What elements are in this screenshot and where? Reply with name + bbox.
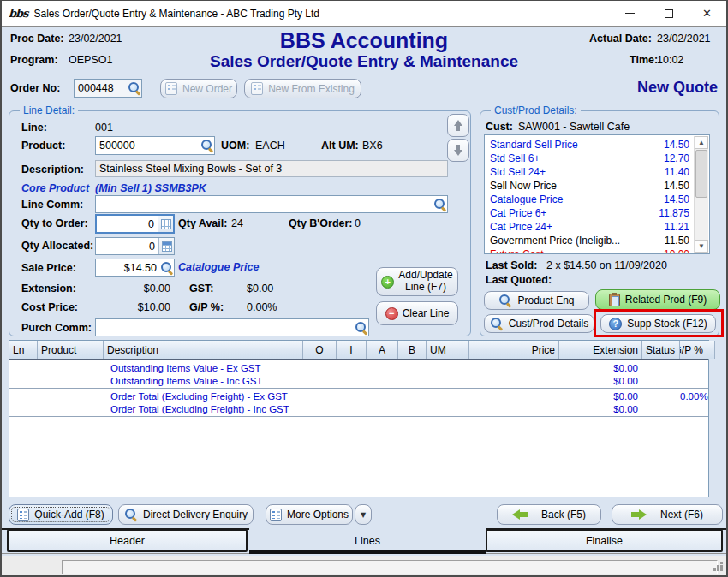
extension-value: $0.00 bbox=[95, 283, 170, 294]
tab-finalise[interactable]: Finalise bbox=[486, 529, 723, 552]
price-list-item[interactable]: Catalogue Price14.50 bbox=[486, 193, 694, 206]
price-list-item[interactable]: Std Sell 6+12.70 bbox=[486, 152, 694, 165]
new-order-icon bbox=[165, 82, 177, 95]
qty-to-order-grid-button[interactable] bbox=[158, 216, 173, 232]
cust-prod-group: Cust/Prod Details: Cust: SAW001 - Sawtel… bbox=[480, 110, 719, 336]
gp-value: 0.00% bbox=[247, 301, 277, 313]
supp-stock-button[interactable]: ? Supp Stock (F12) bbox=[600, 314, 716, 333]
program-value: OEPSO1 bbox=[69, 54, 112, 66]
cost-price-label: Cost Price: bbox=[21, 301, 78, 313]
order-no-input-wrap bbox=[74, 79, 142, 98]
product-search-icon[interactable] bbox=[200, 139, 214, 152]
line-detail-group-label: Line Detail: bbox=[20, 104, 78, 116]
core-product-text: Core Product bbox=[21, 182, 89, 194]
actual-date-value: 23/02/2021 bbox=[657, 33, 711, 45]
qty-allocated-calc-button[interactable] bbox=[158, 238, 174, 254]
clipboard-icon bbox=[609, 294, 620, 306]
minus-icon: − bbox=[385, 307, 398, 320]
purch-comm-input[interactable] bbox=[96, 319, 355, 336]
product-input-wrap bbox=[95, 136, 215, 155]
order-search-icon[interactable] bbox=[128, 81, 141, 95]
price-list-scrollbar[interactable]: ▲ ▼ bbox=[694, 136, 708, 253]
tab-lines[interactable]: Lines bbox=[249, 529, 486, 552]
price-list-item[interactable]: Government Price (Ineligib...11.50 bbox=[486, 234, 694, 247]
close-button[interactable]: ✕ bbox=[688, 1, 726, 26]
cust-prod-group-label: Cust/Prod Details: bbox=[491, 104, 581, 116]
minimize-button[interactable] bbox=[611, 1, 649, 26]
price-list-item[interactable]: Cat Price 6+11.875 bbox=[486, 206, 694, 220]
purch-comm-label: Purch Comm: bbox=[21, 322, 92, 334]
clear-line-button[interactable]: − Clear Line bbox=[376, 301, 458, 325]
qty-allocated-input[interactable] bbox=[96, 238, 158, 254]
related-prod-button[interactable]: Related Prod (F9) bbox=[595, 289, 720, 310]
cust-label: Cust: bbox=[486, 121, 513, 133]
add-update-line-button[interactable]: + Add/Update Line (F7) bbox=[376, 267, 458, 296]
product-input[interactable] bbox=[96, 137, 200, 154]
tab-strip: Header Lines Finalise bbox=[2, 528, 726, 554]
more-options-dropdown-button[interactable]: ▼ bbox=[355, 504, 372, 525]
proc-date-label: Proc Date: bbox=[10, 33, 64, 45]
new-from-existing-button[interactable]: New From Existing bbox=[244, 79, 361, 98]
order-no-label: Order No: bbox=[10, 82, 60, 94]
gst-label: GST: bbox=[189, 283, 213, 294]
table-separator bbox=[9, 388, 708, 389]
calculator-icon bbox=[162, 241, 172, 252]
qty-avail-label: Qty Avail: bbox=[178, 217, 227, 229]
alt-um-value: BX6 bbox=[362, 140, 383, 152]
order-no-input[interactable] bbox=[75, 80, 128, 97]
price-list-item[interactable]: Future Cost10.00 bbox=[486, 247, 694, 253]
arrow-down-icon bbox=[454, 145, 462, 156]
price-listbox[interactable]: Standard Sell Price14.50 Std Sell 6+12.7… bbox=[484, 134, 710, 254]
uom-label: UOM: bbox=[221, 140, 249, 152]
new-order-button[interactable]: New Order bbox=[160, 79, 237, 98]
scrollbar-up-button[interactable]: ▲ bbox=[695, 136, 708, 149]
description-input[interactable] bbox=[96, 161, 447, 176]
qty-allocated-label: Qty Allocated: bbox=[21, 240, 93, 252]
purch-comm-search-icon[interactable] bbox=[355, 321, 368, 335]
last-sold-label: Last Sold: bbox=[486, 259, 537, 271]
cust-prod-details-button[interactable]: Cust/Prod Details bbox=[484, 314, 594, 333]
cust-prod-search-icon bbox=[490, 317, 504, 330]
sale-price-search-icon[interactable] bbox=[160, 261, 174, 275]
alt-um-label: Alt UM: bbox=[321, 140, 359, 152]
resize-grip-icon[interactable] bbox=[720, 562, 723, 564]
price-list-item[interactable]: Standard Sell Price14.50 bbox=[486, 138, 694, 152]
quick-add-button[interactable]: Quick-Add (F8) bbox=[9, 504, 113, 525]
actual-date-label: Actual Date: bbox=[589, 33, 652, 45]
line-comm-input[interactable] bbox=[96, 196, 433, 212]
extension-label: Extension: bbox=[21, 283, 76, 294]
scrollbar-down-button[interactable]: ▼ bbox=[695, 240, 708, 253]
line-down-button[interactable] bbox=[447, 139, 469, 162]
maximize-button[interactable] bbox=[649, 1, 688, 26]
next-arrow-icon bbox=[631, 509, 647, 520]
product-enq-button[interactable]: Product Enq bbox=[484, 291, 589, 310]
back-button[interactable]: Back (F5) bbox=[497, 504, 601, 525]
price-list-item[interactable]: Cat Price 24+11.21 bbox=[486, 220, 694, 234]
line-up-button[interactable] bbox=[447, 114, 469, 137]
new-from-existing-icon bbox=[251, 82, 263, 95]
qty-to-order-input[interactable] bbox=[97, 216, 158, 232]
price-list-item[interactable]: Std Sell 24+11.40 bbox=[486, 165, 694, 179]
window-title: Sales Order/Quote Entry & Maintenance - … bbox=[34, 8, 612, 20]
app-logo-icon: bbs bbox=[9, 7, 28, 20]
last-quoted-label: Last Quoted: bbox=[486, 274, 552, 286]
line-comm-input-wrap bbox=[95, 195, 448, 213]
minimize-icon bbox=[625, 13, 635, 14]
status-bar bbox=[2, 556, 726, 576]
title-bar: bbs Sales Order/Quote Entry & Maintenanc… bbox=[2, 1, 726, 27]
sale-price-input[interactable] bbox=[96, 259, 160, 276]
gp-label: G/P %: bbox=[189, 301, 224, 313]
table-row: Outstanding Items Value - Ex GST $0.00 bbox=[9, 361, 708, 374]
direct-delivery-enquiry-button[interactable]: Direct Delivery Enquiry bbox=[118, 504, 254, 525]
line-comm-search-icon[interactable] bbox=[433, 198, 447, 211]
line-detail-group: Line Detail: Line: 001 Product: UOM: EAC… bbox=[9, 110, 471, 336]
table-separator bbox=[9, 416, 708, 417]
more-options-button[interactable]: More Options bbox=[266, 504, 353, 525]
next-button[interactable]: Next (F6) bbox=[612, 504, 723, 525]
question-icon: ? bbox=[609, 318, 622, 330]
scrollbar-thumb[interactable] bbox=[695, 150, 707, 198]
price-list-item[interactable]: Sell Now Price14.50 bbox=[486, 179, 694, 193]
back-arrow-icon bbox=[512, 509, 528, 520]
program-label: Program: bbox=[10, 54, 58, 66]
tab-header[interactable]: Header bbox=[7, 529, 248, 552]
